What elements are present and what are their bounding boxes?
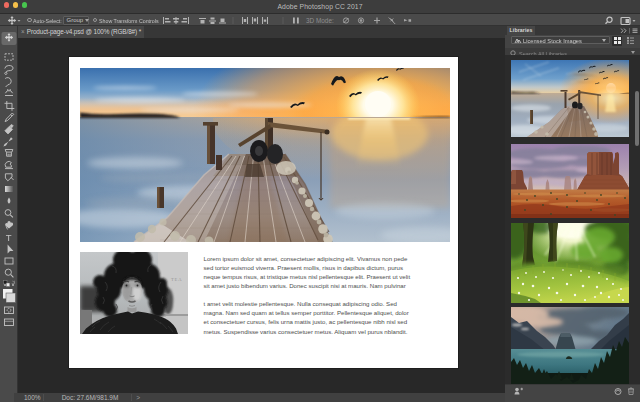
svg-text:T: T — [6, 232, 12, 243]
svg-text:3D Mode:: 3D Mode: — [306, 17, 334, 24]
svg-text:TEA: TEA — [171, 277, 182, 282]
